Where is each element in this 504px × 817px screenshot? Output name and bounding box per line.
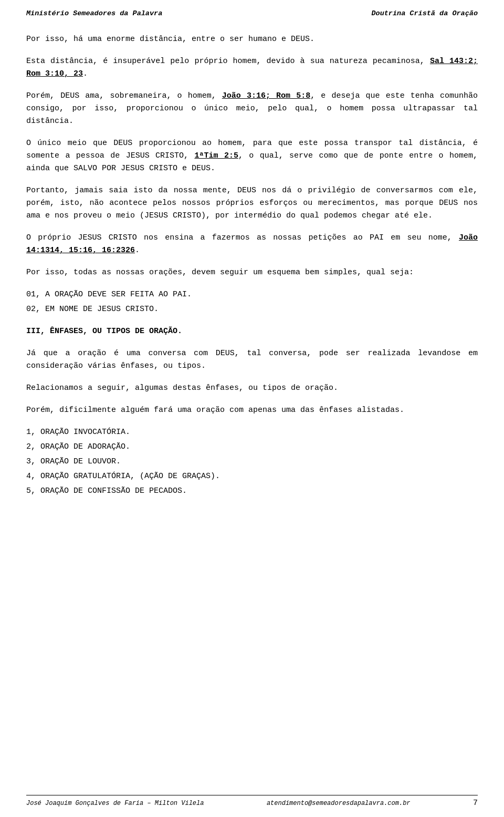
ref-sal-rom: Sal 143:2; Rom 3:10, 23 [26,57,478,78]
paragraph-3: Porém, DEUS ama, sobremaneira, o homem, … [26,90,478,128]
paragraph-1: Por isso, há uma enorme distância, entre… [26,33,478,46]
footer-author: José Joaquim Gonçalves de Faria – Milton… [26,800,204,807]
page-content: Por isso, há uma enorme distância, entre… [26,33,478,498]
page: Ministério Semeadores da Palavra Doutrin… [0,0,504,817]
ref-1atim: 1ªTim 2:5 [194,151,238,160]
list-1: 01, A ORAÇÃO DEVE SER FEITA AO PAI. 02, … [26,288,478,316]
paragraph-2: Esta distância, é insuperável pelo própr… [26,55,478,80]
list-item-7: 5, ORAÇÃO DE CONFISSÃO DE PECADOS. [26,485,478,498]
list-item-4: 2, ORAÇÃO DE ADORAÇÃO. [26,441,478,453]
ref-joao-rom: João 3:16; Rom 5:8 [222,91,310,100]
list-item-6: 4, ORAÇÃO GRATULATÓRIA, (AÇÃO DE GRAÇAS)… [26,470,478,483]
footer-page-number: 7 [473,799,478,808]
page-header: Ministério Semeadores da Palavra Doutrin… [26,9,478,17]
paragraph-7: Por isso, todas as nossas orações, devem… [26,266,478,279]
footer-email: atendimento@semeadoresdapalavra.com.br [267,800,411,807]
paragraph-4: O único meio que DEUS proporcionou ao ho… [26,137,478,175]
list-item-1: 01, A ORAÇÃO DEVE SER FEITA AO PAI. [26,288,478,301]
list-item-5: 3, ORAÇÃO DE LOUVOR. [26,456,478,468]
paragraph-6: O próprio JESUS CRISTO nos ensina a faze… [26,232,478,257]
header-right-title: Doutrina Cristã da Oração [371,9,478,17]
paragraph-8: Já que a oração é uma conversa com DEUS,… [26,347,478,373]
page-footer: José Joaquim Gonçalves de Faria – Milton… [26,795,478,808]
paragraph-5: Portanto, jamais saia isto da nossa ment… [26,184,478,222]
paragraph-10: Porém, dificilmente alguém fará uma oraç… [26,404,478,417]
section-heading-iii: III, ÊNFASES, OU TIPOS DE ORAÇÃO. [26,325,478,338]
ref-joao-14: João 14:1314, 15:16, 16:2326 [26,233,478,255]
paragraph-9: Relacionamos a seguir, algumas destas ên… [26,382,478,395]
list-item-3: 1, ORAÇÃO INVOCATÓRIA. [26,426,478,439]
list-item-2: 02, EM NOME DE JESUS CRISTO. [26,303,478,316]
list-2: 1, ORAÇÃO INVOCATÓRIA. 2, ORAÇÃO DE ADOR… [26,426,478,498]
header-left-title: Ministério Semeadores da Palavra [26,9,162,17]
